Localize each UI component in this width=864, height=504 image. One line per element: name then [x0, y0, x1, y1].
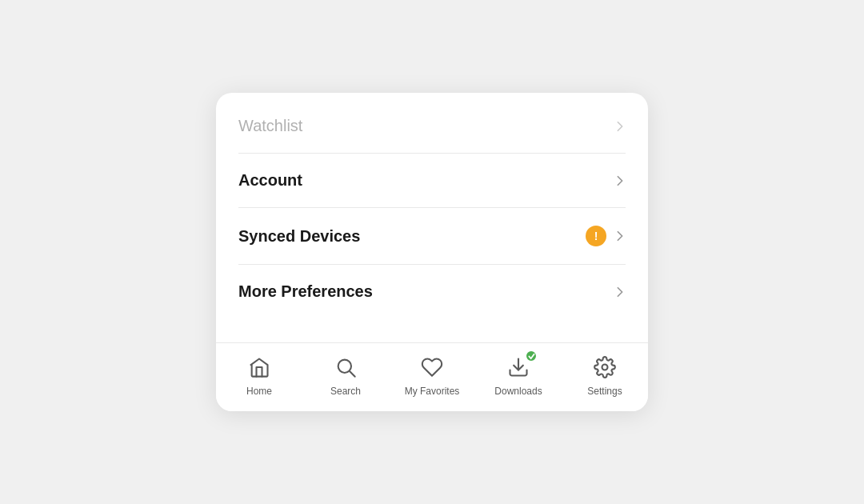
more-preferences-label: More Preferences — [238, 282, 373, 301]
account-label: Account — [238, 171, 302, 190]
nav-item-my-favorites[interactable]: My Favorites — [389, 353, 475, 397]
synced-devices-chevron-icon — [614, 230, 626, 242]
watchlist-label: Watchlist — [238, 117, 302, 135]
home-icon — [248, 356, 270, 378]
nav-item-downloads[interactable]: Downloads — [475, 353, 562, 397]
more-preferences-chevron-icon — [614, 286, 626, 298]
menu-item-more-preferences[interactable]: More Preferences — [238, 265, 626, 318]
downloads-nav-label: Downloads — [494, 386, 542, 397]
nav-item-home[interactable]: Home — [216, 353, 302, 397]
nav-item-settings[interactable]: Settings — [562, 353, 648, 397]
menu-item-watchlist[interactable]: Watchlist — [238, 99, 626, 154]
menu-item-synced-devices[interactable]: Synced Devices ! — [238, 208, 626, 265]
nav-item-search[interactable]: Search — [302, 353, 389, 397]
search-nav-label: Search — [330, 386, 361, 397]
settings-nav-label: Settings — [587, 386, 622, 397]
menu-section: Watchlist Account Synced Devices ! — [216, 93, 648, 342]
svg-line-1 — [350, 371, 354, 376]
account-chevron-icon — [614, 175, 626, 186]
home-nav-label: Home — [246, 386, 272, 397]
gear-icon — [594, 356, 616, 378]
downloads-active-check — [525, 350, 538, 362]
app-card: Watchlist Account Synced Devices ! — [216, 93, 648, 411]
synced-devices-label: Synced Devices — [238, 227, 360, 246]
watchlist-chevron-icon — [614, 121, 626, 132]
my-favorites-nav-label: My Favorites — [405, 386, 460, 397]
alert-exclamation: ! — [594, 230, 598, 242]
bottom-nav: Home Search My Favorites — [216, 342, 648, 411]
menu-item-account[interactable]: Account — [238, 154, 626, 208]
search-icon — [334, 356, 357, 378]
heart-icon — [421, 356, 443, 378]
svg-point-3 — [602, 365, 608, 370]
synced-devices-alert-badge: ! — [586, 226, 606, 246]
checkmark-icon — [528, 353, 535, 360]
